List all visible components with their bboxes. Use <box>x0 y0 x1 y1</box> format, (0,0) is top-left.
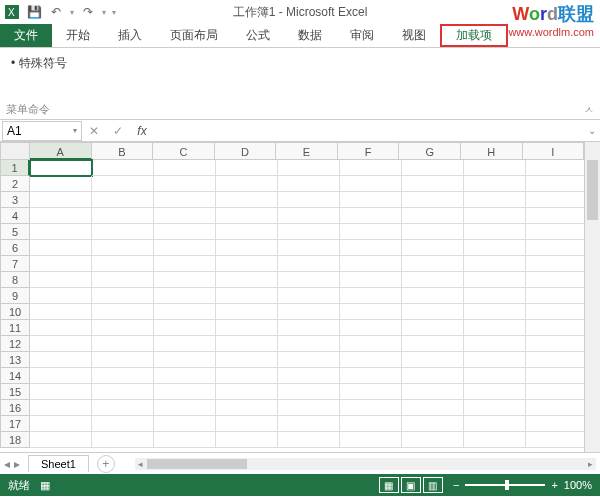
cell[interactable] <box>464 336 526 352</box>
hscroll-left-icon[interactable]: ◂ <box>135 459 147 469</box>
row-header[interactable]: 13 <box>0 352 30 368</box>
cell[interactable] <box>278 240 340 256</box>
cell[interactable] <box>154 288 216 304</box>
cell[interactable] <box>92 288 154 304</box>
sheet-tab-active[interactable]: Sheet1 <box>28 455 89 472</box>
cell[interactable] <box>30 368 92 384</box>
cell[interactable] <box>402 192 464 208</box>
cell[interactable] <box>216 368 278 384</box>
cell[interactable] <box>216 352 278 368</box>
cell[interactable] <box>30 352 92 368</box>
cell[interactable] <box>402 256 464 272</box>
cell[interactable] <box>278 160 340 176</box>
cell[interactable] <box>340 208 402 224</box>
sheet-nav-prev-icon[interactable]: ◂ <box>4 457 10 471</box>
column-header[interactable]: C <box>153 142 215 160</box>
save-icon[interactable]: 💾 <box>26 4 42 20</box>
cell[interactable] <box>30 384 92 400</box>
cell[interactable] <box>278 400 340 416</box>
view-normal-icon[interactable]: ▦ <box>379 477 399 493</box>
cell[interactable] <box>526 352 584 368</box>
cell[interactable] <box>278 208 340 224</box>
cell[interactable] <box>526 224 584 240</box>
cell[interactable] <box>278 352 340 368</box>
cell[interactable] <box>92 208 154 224</box>
cell[interactable] <box>216 400 278 416</box>
cell[interactable] <box>340 272 402 288</box>
cell[interactable] <box>526 320 584 336</box>
column-header[interactable]: E <box>276 142 338 160</box>
collapse-ribbon-icon[interactable]: ㅅ <box>584 103 594 117</box>
cell[interactable] <box>216 336 278 352</box>
cell[interactable] <box>402 368 464 384</box>
fx-icon[interactable]: fx <box>130 124 154 138</box>
cell[interactable] <box>92 304 154 320</box>
cell[interactable] <box>216 240 278 256</box>
column-header[interactable]: B <box>92 142 154 160</box>
tab-data[interactable]: 数据 <box>284 24 336 47</box>
enter-icon[interactable]: ✓ <box>106 124 130 138</box>
cell[interactable] <box>216 272 278 288</box>
cells[interactable] <box>30 160 584 448</box>
cell[interactable] <box>278 224 340 240</box>
row-header[interactable]: 11 <box>0 320 30 336</box>
cell[interactable] <box>526 256 584 272</box>
cell[interactable] <box>278 432 340 448</box>
tab-formulas[interactable]: 公式 <box>232 24 284 47</box>
row-header[interactable]: 9 <box>0 288 30 304</box>
cell[interactable] <box>464 288 526 304</box>
zoom-in-icon[interactable]: + <box>551 479 557 491</box>
cell[interactable] <box>30 272 92 288</box>
cell[interactable] <box>464 176 526 192</box>
cell[interactable] <box>526 192 584 208</box>
view-page-break-icon[interactable]: ▥ <box>423 477 443 493</box>
zoom-thumb[interactable] <box>505 480 509 490</box>
cell[interactable] <box>464 352 526 368</box>
cell[interactable] <box>30 336 92 352</box>
undo-icon[interactable]: ↶ <box>48 4 64 20</box>
cell[interactable] <box>30 208 92 224</box>
cell[interactable] <box>154 208 216 224</box>
row-header[interactable]: 18 <box>0 432 30 448</box>
cell[interactable] <box>464 192 526 208</box>
row-header[interactable]: 15 <box>0 384 30 400</box>
redo-dropdown-icon[interactable]: ▾ <box>102 8 106 17</box>
tab-insert[interactable]: 插入 <box>104 24 156 47</box>
cell[interactable] <box>92 160 154 176</box>
cell[interactable] <box>154 192 216 208</box>
cell[interactable] <box>154 384 216 400</box>
horizontal-scrollbar[interactable]: ◂ ▸ <box>135 458 596 470</box>
name-box[interactable]: A1 ▾ <box>2 121 82 141</box>
row-header[interactable]: 2 <box>0 176 30 192</box>
row-header[interactable]: 8 <box>0 272 30 288</box>
cell[interactable] <box>402 208 464 224</box>
cell[interactable] <box>92 432 154 448</box>
column-header[interactable]: A <box>30 142 92 160</box>
cell[interactable] <box>526 336 584 352</box>
cell[interactable] <box>92 192 154 208</box>
cell[interactable] <box>92 416 154 432</box>
cell[interactable] <box>464 304 526 320</box>
row-header[interactable]: 6 <box>0 240 30 256</box>
cell[interactable] <box>402 272 464 288</box>
cell[interactable] <box>216 256 278 272</box>
cell[interactable] <box>92 176 154 192</box>
cell[interactable] <box>526 416 584 432</box>
zoom-percent[interactable]: 100% <box>564 479 592 491</box>
cell[interactable] <box>464 320 526 336</box>
cell[interactable] <box>278 416 340 432</box>
cell[interactable] <box>526 176 584 192</box>
cancel-icon[interactable]: ✕ <box>82 124 106 138</box>
cell[interactable] <box>526 160 584 176</box>
row-header[interactable]: 12 <box>0 336 30 352</box>
cell[interactable] <box>92 384 154 400</box>
row-header[interactable]: 1 <box>0 160 30 176</box>
tab-view[interactable]: 视图 <box>388 24 440 47</box>
cell[interactable] <box>154 400 216 416</box>
macro-record-icon[interactable]: ▦ <box>40 479 50 492</box>
cell[interactable] <box>216 288 278 304</box>
row-header[interactable]: 14 <box>0 368 30 384</box>
cell[interactable] <box>30 288 92 304</box>
cell[interactable] <box>216 224 278 240</box>
cell[interactable] <box>30 320 92 336</box>
